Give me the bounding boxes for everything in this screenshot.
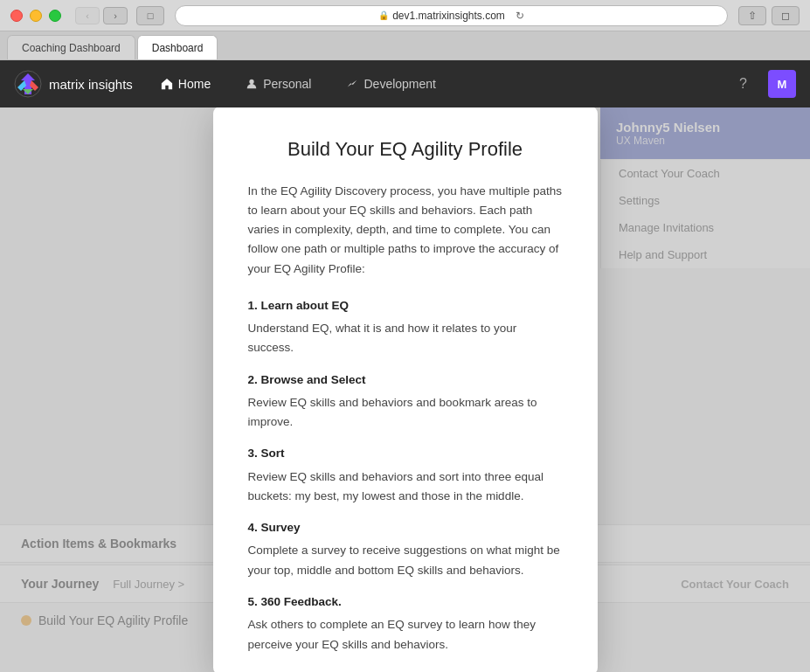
chart-icon	[346, 78, 358, 90]
svg-point-5	[250, 80, 254, 84]
share-button[interactable]: ⇧	[738, 6, 766, 25]
brand: matrix insights	[14, 70, 133, 98]
step-5: 5. 360 Feedback. Ask others to complete …	[248, 592, 563, 655]
back-button[interactable]: ‹	[75, 7, 100, 24]
address-bar[interactable]: 🔒 dev1.matrixinsights.com ↻	[175, 5, 728, 26]
toolbar-right: ⇧ ◻	[738, 6, 800, 25]
modal-title: Build Your EQ Agility Profile	[287, 138, 523, 161]
step-4-desc: Complete a survey to receive suggestions…	[248, 541, 563, 580]
step-1-title: 1. Learn about EQ	[248, 296, 563, 315]
tab-coaching-dashboard[interactable]: Coaching Dashboard	[7, 35, 135, 59]
step-1: 1. Learn about EQ Understand EQ, what it…	[248, 296, 563, 358]
refresh-button[interactable]: ↻	[516, 10, 524, 22]
lock-icon: 🔒	[378, 10, 389, 20]
app-container: matrix insights Home Personal Developmen…	[0, 60, 810, 672]
traffic-lights	[10, 10, 61, 22]
step-4: 4. Survey Complete a survey to receive s…	[248, 518, 563, 580]
close-button[interactable]	[10, 10, 23, 22]
nav-development[interactable]: Development	[339, 73, 443, 94]
step-4-title: 4. Survey	[248, 518, 563, 537]
page-background: Understand EQ, what it is and how it rel…	[0, 107, 810, 672]
step-1-desc: Understand EQ, what it is and how it rel…	[248, 319, 563, 358]
modal-overlay: Build Your EQ Agility Profile In the EQ …	[0, 107, 810, 672]
modal-dialog: Build Your EQ Agility Profile In the EQ …	[213, 107, 598, 672]
new-tab-button[interactable]: ◻	[772, 6, 800, 25]
step-3-desc: Review EQ skills and behaviors and sort …	[248, 468, 563, 507]
maximize-button[interactable]	[49, 10, 61, 22]
window-chrome: ‹ › □ 🔒 dev1.matrixinsights.com ↻ ⇧ ◻ Co…	[0, 0, 810, 60]
top-nav: matrix insights Home Personal Developmen…	[0, 60, 810, 107]
browser-nav-arrows: ‹ ›	[75, 7, 128, 24]
help-button[interactable]: ?	[739, 76, 747, 92]
modal-body: In the EQ Agility Discovery process, you…	[248, 182, 563, 658]
brand-name: matrix insights	[49, 77, 133, 92]
browser-tabs: Coaching Dashboard Dashboard	[0, 31, 810, 59]
modal-intro-text: In the EQ Agility Discovery process, you…	[248, 182, 563, 279]
step-2: 2. Browse and Select Review EQ skills an…	[248, 371, 563, 433]
step-3-title: 3. Sort	[248, 444, 563, 463]
user-icon	[246, 78, 258, 90]
step-5-desc: Ask others to complete an EQ survey to l…	[248, 615, 563, 655]
forward-button[interactable]: ›	[103, 7, 128, 24]
home-icon	[161, 78, 173, 90]
sidebar-toggle[interactable]: □	[136, 6, 164, 25]
step-3: 3. Sort Review EQ skills and behaviors a…	[248, 444, 563, 506]
nav-personal[interactable]: Personal	[239, 73, 318, 94]
user-avatar[interactable]: M	[768, 70, 796, 98]
step-2-desc: Review EQ skills and behaviors and bookm…	[248, 393, 563, 433]
title-bar: ‹ › □ 🔒 dev1.matrixinsights.com ↻ ⇧ ◻	[0, 0, 810, 31]
nav-home[interactable]: Home	[154, 73, 218, 94]
step-5-title: 5. 360 Feedback.	[248, 592, 563, 612]
brand-logo	[14, 70, 42, 98]
address-text: dev1.matrixinsights.com	[392, 10, 505, 22]
tab-dashboard[interactable]: Dashboard	[137, 35, 218, 59]
step-2-title: 2. Browse and Select	[248, 371, 563, 390]
minimize-button[interactable]	[30, 10, 42, 22]
